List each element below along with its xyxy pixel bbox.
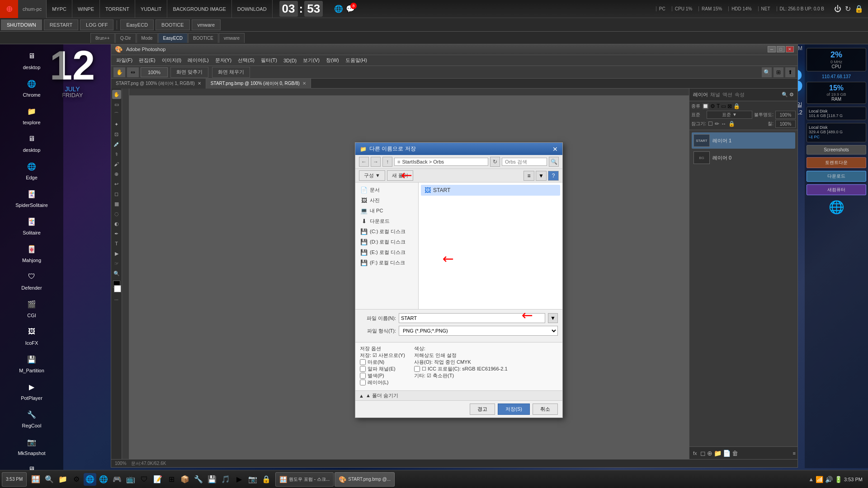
sidebar-disk-c[interactable]: 💾 (C:) 로컬 디스크 xyxy=(358,226,416,237)
taskbar-extra-4[interactable]: ▶ xyxy=(233,473,245,486)
fit-screen-btn[interactable]: 화면 맞추기 xyxy=(170,67,208,78)
back-btn[interactable]: ← xyxy=(359,157,369,167)
menu-select[interactable]: 선택(S) xyxy=(235,56,257,65)
refresh-icon[interactable]: ↻ xyxy=(845,5,851,13)
sidebar-item-mksnapshot[interactable]: 📷 MkSnapshot xyxy=(2,432,61,458)
background-color[interactable] xyxy=(114,285,121,292)
tool-magic[interactable]: ✦ xyxy=(112,120,121,129)
sidebar-item-regcool[interactable]: 🔧 RegCool xyxy=(2,405,61,431)
tab-vmware[interactable]: vmware xyxy=(219,33,245,43)
option-spot[interactable]: 별색(P) xyxy=(360,372,405,379)
icc-checkbox[interactable] xyxy=(414,366,420,372)
sidebar-disk-f[interactable]: 💾 (F:) 로컬 디스크 xyxy=(358,258,416,268)
menu-file[interactable]: 파일(F) xyxy=(113,56,135,65)
close-tab-1[interactable]: ✕ xyxy=(198,81,201,86)
option-copy[interactable]: 저장: ☑ 사본으로(Y) xyxy=(360,352,405,359)
close-tab-2[interactable]: ✕ xyxy=(302,81,306,86)
sidebar-item-potplayer[interactable]: ▶ PotPlayer xyxy=(2,377,61,403)
taskbar-edge-icon[interactable]: 🌐 xyxy=(84,473,96,486)
sidebar-item-solitaire[interactable]: 🃏 Solitaire xyxy=(2,212,61,238)
logo[interactable]: ⊕ xyxy=(0,0,18,18)
sidebar-item-edge[interactable]: 🌐 Edge xyxy=(2,157,61,183)
tab-bootice[interactable]: BOOTICE xyxy=(188,33,218,43)
dialog-close-btn[interactable]: ✕ xyxy=(552,145,558,153)
bootice-btn[interactable]: BOOTICE xyxy=(156,19,190,30)
search-input[interactable] xyxy=(502,158,547,166)
sidebar-item-desktop[interactable]: 🖥 desktop xyxy=(2,47,61,72)
folder-btn[interactable]: 📁 xyxy=(714,450,722,457)
view-details-btn[interactable]: ≡ xyxy=(524,171,534,181)
screenshots-btn[interactable]: Screenshots xyxy=(807,145,866,155)
tray-battery-icon[interactable]: 🔋 xyxy=(835,476,842,483)
sidebar-disk-d[interactable]: 💾 (D:) 로컬 디스크 xyxy=(358,237,416,247)
thumbnail-option[interactable]: 기타: ☑ 축소판(T) xyxy=(414,372,508,379)
tool-blur[interactable]: ◌ xyxy=(112,209,121,218)
sidebar-item-icofx[interactable]: 🖼 IcoFX xyxy=(2,322,61,348)
tool-pen[interactable]: ✒ xyxy=(112,229,121,238)
zoom-display[interactable]: 100% xyxy=(141,67,168,77)
tool-brush[interactable]: 🖌 xyxy=(112,160,121,169)
filename-input[interactable] xyxy=(399,313,545,323)
menu-help[interactable]: 도움말(H) xyxy=(343,56,370,65)
cancel-btn[interactable]: 취소 xyxy=(533,404,558,415)
tool-history[interactable]: ↩ xyxy=(112,179,121,188)
nav-download[interactable]: DOWNLOAD xyxy=(232,0,273,18)
taskbar-search-icon[interactable]: 🔍 xyxy=(43,473,56,486)
menu-layer[interactable]: 레이어(L) xyxy=(185,56,211,65)
menu-image[interactable]: 이미지(I) xyxy=(159,56,184,65)
nav-mypc[interactable]: MYPC xyxy=(47,0,72,18)
taskbar-windows-icon[interactable]: 🪟 xyxy=(29,473,42,486)
sidebar-disk-e[interactable]: 💾 (E:) 로컬 디스크 xyxy=(358,247,416,258)
tray-up-icon[interactable]: ▲ xyxy=(808,476,814,483)
tool-eyedropper[interactable]: 💉 xyxy=(112,140,121,149)
taskbar-extra-5[interactable]: 📷 xyxy=(246,473,259,486)
menu-filter[interactable]: 필터(T) xyxy=(258,56,280,65)
taskbar-extra-1[interactable]: 🔧 xyxy=(192,473,205,486)
tool-dodge[interactable]: ◐ xyxy=(112,219,121,228)
fx-btn[interactable]: fx xyxy=(691,450,699,456)
sidebar-item-chrome[interactable]: 🌐 Chrome xyxy=(2,74,61,100)
sidebar-item-cgi[interactable]: 🎬 CGI xyxy=(2,295,61,320)
maximize-btn[interactable]: □ xyxy=(777,46,785,52)
tab-8run[interactable]: 8run++ xyxy=(90,33,115,43)
tool-lasso[interactable]: ⌒ xyxy=(112,110,121,119)
adj-btn[interactable]: ⊕ xyxy=(707,450,712,457)
search-btn[interactable]: 🔍 xyxy=(549,157,559,167)
up-btn[interactable]: ↑ xyxy=(382,157,392,167)
filename-dropdown-btn[interactable]: ▼ xyxy=(548,313,558,323)
taskbar-chrome-icon[interactable]: 🌐 xyxy=(97,473,110,486)
minimize-btn[interactable]: ─ xyxy=(768,46,776,52)
fill-input[interactable]: 100% xyxy=(775,120,796,128)
menu-text[interactable]: 문자(Y) xyxy=(212,56,235,65)
sidebar-item-defender[interactable]: 🛡 Defender xyxy=(2,267,61,293)
layer-settings-icon[interactable]: ⚙ xyxy=(789,92,794,98)
tool-heal[interactable]: ⚕ xyxy=(112,150,121,159)
save-btn[interactable]: 저장(S) xyxy=(498,404,530,415)
path-display[interactable]: ≡ StartIsBack > Orbs xyxy=(394,158,488,166)
sidebar-item-teamviewer[interactable]: 🖥 TeamViewer xyxy=(2,460,61,470)
transform-tool-btn[interactable]: ⇔ xyxy=(127,67,139,77)
icc-option[interactable]: ☐ ICC 프로필(C): sRGB IEC61966-2.1 xyxy=(414,366,508,372)
file-start[interactable]: 🖼 START xyxy=(421,185,560,196)
forward-btn[interactable]: → xyxy=(371,157,381,167)
search-tool-btn[interactable]: 🔍 xyxy=(762,67,772,77)
menu-window[interactable]: 창(W) xyxy=(323,56,342,65)
layout-tool-btn[interactable]: ⊞ xyxy=(774,67,783,77)
taskbar-explorer-icon[interactable]: 📁 xyxy=(57,473,69,486)
nav-background[interactable]: BACKGROUND IMAGE xyxy=(167,0,231,18)
menu-3d[interactable]: 3D(D) xyxy=(281,57,299,64)
globe-big-icon[interactable]: 🌐 xyxy=(829,200,844,215)
menu-edit[interactable]: 편집(E) xyxy=(136,56,158,65)
taskbar-defender-icon[interactable]: 🛡 xyxy=(138,473,151,486)
power-icon[interactable]: ⏻ xyxy=(834,5,841,13)
newpc-btn[interactable]: 새컴퓨터 xyxy=(807,184,866,195)
tab-mode[interactable]: Mode xyxy=(137,33,158,43)
alpha-checkbox[interactable] xyxy=(360,366,366,372)
tool-zoom[interactable]: 🔍 xyxy=(112,269,121,278)
option-layer[interactable]: 레이어(L) xyxy=(360,379,405,386)
lock-pixels[interactable]: ✏ xyxy=(715,121,719,127)
tool-hand[interactable]: ☞ xyxy=(112,259,121,268)
logoff-btn[interactable]: LOG OFF xyxy=(80,19,113,30)
taskbar-winpe-icon[interactable]: ⊞ xyxy=(165,473,178,486)
ps-tab-2[interactable]: START.png.bmp @ 100% (레이어 0, RGB/8) ✕ xyxy=(206,79,311,89)
